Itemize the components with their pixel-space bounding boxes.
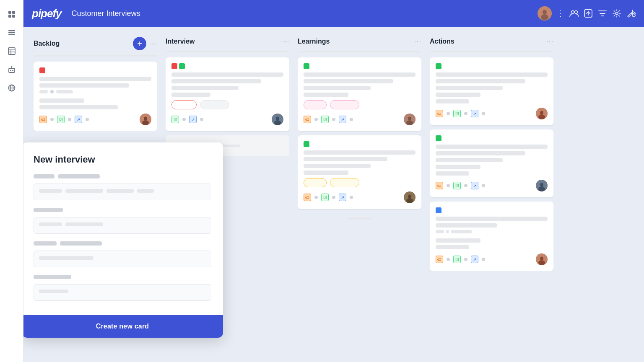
svg-point-47 [538,260,545,265]
footer-icon-check: ☑ [321,194,329,201]
skel-line [436,245,469,249]
board-area: Backlog + ⋯ [23,27,644,362]
footer-dot [447,258,450,261]
main-area: pipefy Customer Interviews ⋮ [23,0,644,362]
skel-line [436,171,469,176]
skel-line [56,90,73,93]
svg-point-28 [144,117,147,121]
tag-blue [436,207,441,213]
skel-line [436,238,480,243]
skel-line [436,223,497,228]
skel-line [304,72,415,77]
footer-dot [314,196,318,199]
footer-dot [182,118,186,121]
input-placeholder-skel [39,256,93,260]
svg-point-40 [540,111,543,115]
skel-dot [446,230,449,233]
page-title: Customer Interviews [72,9,140,18]
footer-dot [482,258,485,261]
footer-dot [314,118,318,121]
form-label-skel [58,174,100,178]
skel-line [436,86,503,90]
sidebar-icon-bot[interactable] [4,62,19,77]
column-title-learnings: Learnings [298,38,410,45]
column-actions: Actions ⋯ 🏷 [430,37,553,362]
modal-footer: Create new card [23,315,223,338]
cards-learnings: 🏷 ☑ ↗ [298,57,421,224]
form-label-skel [34,275,71,279]
user-avatar[interactable] [538,6,552,21]
sidebar-icon-table[interactable] [4,44,19,59]
input-placeholder-skel [39,189,62,193]
form-input-1[interactable] [34,184,211,200]
cards-interview: ☑ ↗ [166,57,289,156]
skel-line [436,145,548,149]
users-icon[interactable] [569,9,579,18]
skel-line [171,72,283,77]
svg-rect-0 [8,11,11,14]
column-more-actions[interactable]: ⋯ [546,37,553,46]
cards-backlog: 🏷 ☑ ↗ [34,62,157,131]
tools-icon[interactable] [626,9,636,18]
add-card-button-backlog[interactable]: + [133,37,146,50]
footer-icon-label: 🏷 [39,116,47,123]
tag-green [304,141,309,147]
column-more-backlog[interactable]: ⋯ [150,39,157,48]
sidebar-icon-globe[interactable] [4,80,19,96]
skel-line [436,93,480,97]
footer-dot [68,118,71,121]
sidebar-icon-list[interactable] [4,25,19,40]
sidebar-icon-grid[interactable] [4,7,19,22]
svg-point-38 [406,198,413,203]
svg-point-29 [142,120,149,125]
filter-icon[interactable] [598,9,607,18]
footer-dot [482,184,485,187]
svg-point-20 [543,10,547,15]
footer-dot [200,118,203,121]
input-placeholder-skel [65,222,103,226]
footer-icon-link: ↗ [75,116,82,123]
table-row[interactable]: 🏷 ☑ ↗ [430,202,553,271]
footer-dot [86,118,89,121]
table-row[interactable]: 🏷 ☑ ↗ [430,129,553,197]
form-input-3[interactable] [34,251,211,267]
form-input-2[interactable] [34,217,211,234]
create-new-card-button[interactable]: Create new card [96,323,149,330]
table-row[interactable]: 🏷 ☑ ↗ [298,135,421,209]
skel-line [304,164,371,168]
footer-dot [464,112,467,115]
footer-dot [447,112,450,115]
skel-line [304,79,393,83]
form-input-4[interactable] [34,284,211,301]
column-more-learnings[interactable]: ⋯ [414,37,421,46]
column-divider-backlog [34,55,157,57]
settings-icon[interactable] [612,9,621,18]
form-label-skel [34,174,55,178]
tag-red [171,63,177,69]
more-vertical-icon[interactable]: ⋮ [557,9,564,18]
status-badge [304,100,327,109]
card-avatar [404,191,415,203]
table-row[interactable]: 🏷 ☑ ↗ [298,57,421,131]
svg-rect-7 [8,48,15,54]
footer-icon-check: ☑ [453,182,461,189]
table-row[interactable]: ☑ ↗ [166,57,289,131]
column-learnings: Learnings ⋯ [298,37,421,362]
svg-point-31 [276,117,279,121]
table-row[interactable]: 🏷 ☑ ↗ [430,57,553,125]
column-title-backlog: Backlog [34,40,130,47]
footer-dot [350,196,353,199]
tag-green [179,63,185,69]
table-row[interactable]: 🏷 ☑ ↗ [34,62,157,131]
export-icon[interactable] [584,9,593,18]
footer-icon-label: 🏷 [436,182,443,189]
svg-point-32 [274,120,281,125]
skel-line [304,93,348,97]
skel-line [39,105,118,109]
column-more-interview[interactable]: ⋯ [282,37,289,46]
footer-icon-check: ☑ [321,116,329,123]
column-divider-actions [430,51,553,52]
svg-point-35 [406,120,413,125]
skel-line [304,157,387,161]
svg-point-46 [540,257,543,261]
